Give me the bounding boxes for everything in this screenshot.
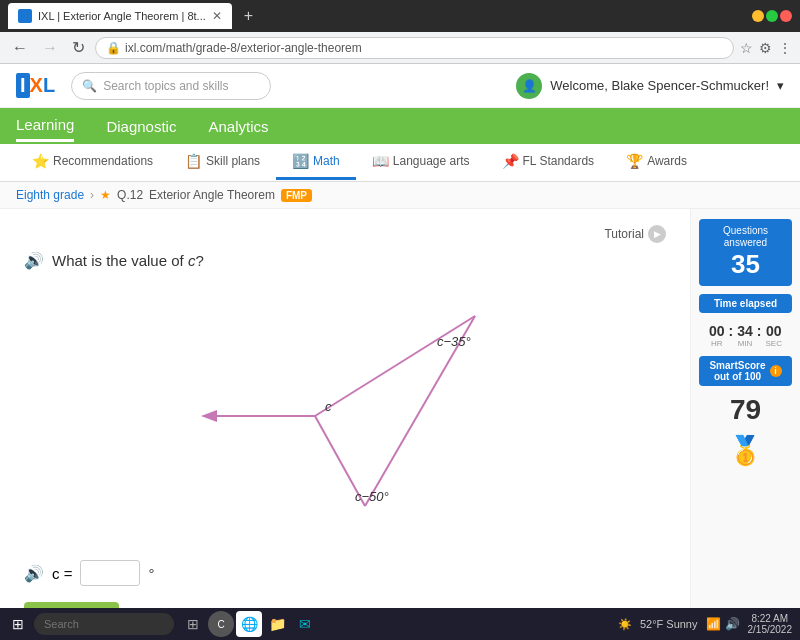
nav-item-learning[interactable]: Learning xyxy=(16,110,74,142)
timer-minutes: 34 MIN xyxy=(737,323,753,348)
ixl-header: I X L 🔍 Search topics and skills 👤 Welco… xyxy=(0,64,800,108)
weather-icon: ☀️ xyxy=(618,618,632,631)
browser-actions: ☆ ⚙ ⋮ xyxy=(740,40,792,56)
awards-icon: 🏆 xyxy=(626,153,643,169)
triangle-svg: c c−35° c−50° xyxy=(185,286,505,536)
sub-nav: ⭐ Recommendations 📋 Skill plans 🔢 Math 📖… xyxy=(0,144,800,182)
answer-audio-icon[interactable]: 🔊 xyxy=(24,564,44,583)
sub-nav-fl-standards[interactable]: 📌 FL Standards xyxy=(486,145,611,180)
close-button[interactable] xyxy=(780,10,792,22)
svg-line-2 xyxy=(315,316,475,416)
recommendations-icon: ⭐ xyxy=(32,153,49,169)
tutorial-bar: Tutorial ▶ xyxy=(24,225,666,243)
diagram-area: c c−35° c−50° xyxy=(185,286,505,536)
degree-symbol: ° xyxy=(148,565,154,582)
timer-hr-value: 00 xyxy=(709,323,725,339)
more-options-icon[interactable]: ⋮ xyxy=(778,40,792,56)
sub-nav-recommendations[interactable]: ⭐ Recommendations xyxy=(16,145,169,180)
timer-hr-label: HR xyxy=(709,339,725,348)
nav-item-analytics[interactable]: Analytics xyxy=(208,112,268,141)
questions-answered-label: Questions answered xyxy=(707,225,784,249)
medal-icon: 🥇 xyxy=(728,434,763,467)
taskbar: ⊞ ⊞ C 🌐 📁 ✉ ☀️ 52°F Sunny 📶 🔊 8:22 AM 2/… xyxy=(0,608,800,640)
fl-standards-icon: 📌 xyxy=(502,153,519,169)
svg-text:c: c xyxy=(325,399,332,414)
sub-nav-recommendations-label: Recommendations xyxy=(53,154,153,168)
sub-nav-math[interactable]: 🔢 Math xyxy=(276,145,356,180)
url-display: ixl.com/math/grade-8/exterior-angle-theo… xyxy=(125,41,362,55)
timer-sec-value: 00 xyxy=(766,323,782,339)
user-dropdown-icon[interactable]: ▾ xyxy=(777,78,784,93)
taskbar-app-chrome[interactable]: 🌐 xyxy=(236,611,262,637)
svg-text:c−50°: c−50° xyxy=(355,489,389,504)
timer-seconds: 00 SEC xyxy=(766,323,782,348)
logo-i: I xyxy=(16,73,30,98)
breadcrumb-skill-code: Q.12 xyxy=(117,188,143,202)
sub-nav-awards[interactable]: 🏆 Awards xyxy=(610,145,703,180)
taskbar-apps: ⊞ C 🌐 📁 ✉ xyxy=(180,611,318,637)
browser-titlebar: IXL | Exterior Angle Theorem | 8t... ✕ + xyxy=(0,0,800,32)
smart-score-box: SmartScore out of 100 i xyxy=(699,356,792,386)
time-elapsed-label: Time elapsed xyxy=(714,298,777,309)
reload-button[interactable]: ↻ xyxy=(68,36,89,59)
sound-icon[interactable]: 🔊 xyxy=(725,617,740,631)
questions-answered-box: Questions answered 35 xyxy=(699,219,792,286)
breadcrumb-arrow: › xyxy=(90,188,94,202)
sub-nav-language-arts[interactable]: 📖 Language arts xyxy=(356,145,486,180)
search-placeholder: Search topics and skills xyxy=(103,79,228,93)
tab-favicon xyxy=(18,9,32,23)
new-tab-button[interactable]: + xyxy=(244,7,253,25)
timer-sep1: : xyxy=(729,323,734,348)
browser-tab[interactable]: IXL | Exterior Angle Theorem | 8t... ✕ xyxy=(8,3,232,29)
audio-icon[interactable]: 🔊 xyxy=(24,251,44,270)
minimize-button[interactable] xyxy=(752,10,764,22)
search-bar[interactable]: 🔍 Search topics and skills xyxy=(71,72,271,100)
forward-button[interactable]: → xyxy=(38,37,62,59)
taskbar-right: ☀️ 52°F Sunny 📶 🔊 8:22 AM 2/15/2022 xyxy=(618,613,796,635)
taskbar-icons: 📶 🔊 xyxy=(706,617,740,631)
sub-nav-math-label: Math xyxy=(313,154,340,168)
network-icon[interactable]: 📶 xyxy=(706,617,721,631)
answer-input[interactable] xyxy=(80,560,140,586)
lock-icon: 🔒 xyxy=(106,41,121,55)
nav-item-diagnostic[interactable]: Diagnostic xyxy=(106,112,176,141)
taskbar-app-explorer[interactable]: 📁 xyxy=(264,611,290,637)
sub-nav-skill-plans[interactable]: 📋 Skill plans xyxy=(169,145,276,180)
svg-text:c−35°: c−35° xyxy=(437,334,471,349)
taskbar-app-cortana[interactable]: C xyxy=(208,611,234,637)
timer-hours: 00 HR xyxy=(709,323,725,348)
maximize-button[interactable] xyxy=(766,10,778,22)
bookmark-icon[interactable]: ☆ xyxy=(740,40,753,56)
smart-score-label: SmartScore out of 100 xyxy=(709,360,765,382)
tutorial-button[interactable]: Tutorial ▶ xyxy=(604,225,666,243)
tutorial-play-icon: ▶ xyxy=(648,225,666,243)
tab-close-button[interactable]: ✕ xyxy=(212,9,222,23)
sub-nav-language-arts-label: Language arts xyxy=(393,154,470,168)
start-button[interactable]: ⊞ xyxy=(4,612,32,636)
timer-min-label: MIN xyxy=(737,339,753,348)
main-nav: Learning Diagnostic Analytics xyxy=(0,108,800,144)
timer-display: 00 HR : 34 MIN : 00 SEC xyxy=(709,323,782,348)
taskbar-clock[interactable]: 8:22 AM 2/15/2022 xyxy=(748,613,793,635)
main-content: Tutorial ▶ 🔊 What is the value of c? xyxy=(0,209,800,639)
timer-sec-label: SEC xyxy=(766,339,782,348)
taskbar-search[interactable] xyxy=(34,613,174,635)
question-text: 🔊 What is the value of c? xyxy=(24,251,666,270)
taskbar-app-view[interactable]: ⊞ xyxy=(180,611,206,637)
extensions-icon[interactable]: ⚙ xyxy=(759,40,772,56)
right-panel: Questions answered 35 Time elapsed 00 HR… xyxy=(690,209,800,639)
questions-answered-count: 35 xyxy=(707,249,784,280)
skill-plans-icon: 📋 xyxy=(185,153,202,169)
answer-label: c = xyxy=(52,565,72,582)
question-body: What is the value of c? xyxy=(52,252,204,269)
user-info: 👤 Welcome, Blake Spencer-Schmucker! ▾ xyxy=(516,73,784,99)
ixl-logo[interactable]: I X L xyxy=(16,73,55,98)
taskbar-app-mail[interactable]: ✉ xyxy=(292,611,318,637)
breadcrumb-grade[interactable]: Eighth grade xyxy=(16,188,84,202)
fmp-badge: FMP xyxy=(281,189,312,202)
language-arts-icon: 📖 xyxy=(372,153,389,169)
back-button[interactable]: ← xyxy=(8,37,32,59)
info-icon[interactable]: i xyxy=(770,365,782,377)
address-bar[interactable]: 🔒 ixl.com/math/grade-8/exterior-angle-th… xyxy=(95,37,734,59)
answer-row: 🔊 c = ° xyxy=(24,560,666,586)
